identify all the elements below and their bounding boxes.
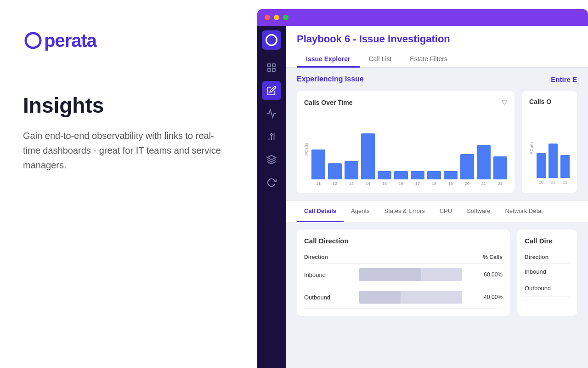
sidebar-item-history[interactable] — [262, 173, 281, 192]
table-header: Direction % Calls — [304, 251, 503, 264]
svg-text:perata: perata — [44, 30, 97, 51]
inbound-bar-cell — [359, 268, 462, 281]
bar — [548, 144, 558, 178]
bar — [477, 145, 491, 179]
chart-area-2: #Calls 20 21 — [529, 111, 570, 184]
bar-label: 17 — [415, 181, 420, 186]
bar-label: 11 — [316, 181, 321, 186]
bar — [361, 133, 375, 179]
chart-area: #Calls 11 12 — [304, 112, 507, 186]
bar-group: 16 — [394, 171, 408, 186]
bar-group: 22 — [493, 156, 507, 186]
browser-dot-yellow[interactable] — [274, 15, 279, 20]
bars-container-2: 20 21 22 — [537, 120, 570, 184]
section-title: Experiencing Issue — [297, 75, 364, 83]
call-direction-card: Call Direction Direction % Calls Inbound… — [297, 230, 510, 316]
entire-label: Entire E — [551, 75, 577, 83]
svg-point-0 — [26, 33, 40, 48]
call-direction-section: Call Direction Direction % Calls Inbound… — [286, 222, 588, 323]
chart-calls-over-time-2: Calls O #Calls 20 21 — [522, 91, 577, 193]
svg-rect-3 — [272, 64, 275, 67]
inbound-bar-fill — [359, 268, 421, 281]
bar-group: 20 — [537, 153, 546, 184]
bar — [537, 153, 546, 178]
tab-estate-filters[interactable]: Estate Filters — [401, 52, 457, 68]
bar-group: 15 — [378, 171, 391, 186]
bar-group: 22 — [560, 155, 570, 184]
bar-group: 14 — [361, 133, 375, 186]
bar — [460, 154, 474, 179]
bar — [394, 171, 408, 179]
browser-chrome — [257, 9, 588, 26]
bar — [493, 156, 507, 179]
sidebar-logo[interactable] — [262, 30, 281, 50]
bar-group: 13 — [345, 161, 358, 186]
bar — [444, 171, 458, 179]
app-container: Playbook 6 - Issue Investigation Issue E… — [257, 26, 588, 368]
logo-area: perata — [23, 28, 234, 57]
bar — [345, 161, 358, 179]
detail-tabs-container: Call Details Agents States & Errors CPU … — [286, 201, 588, 222]
bar-group: 18 — [427, 171, 441, 186]
col-header-direction: Direction — [304, 254, 466, 260]
pct-outbound: 40.00% — [466, 294, 503, 300]
tab-call-list[interactable]: Call List — [360, 52, 401, 68]
direction-inbound-2: Inbound — [525, 268, 570, 275]
bar — [311, 150, 325, 179]
page-description: Gain end-to-end observability with links… — [23, 128, 225, 172]
tab-states-errors[interactable]: States & Errors — [377, 201, 432, 222]
sidebar-item-health[interactable] — [262, 104, 281, 123]
bar-label: 21 — [551, 180, 555, 184]
chart-title-2: Calls O — [529, 98, 551, 105]
bar-group: 21 — [548, 144, 558, 184]
logo: perata — [23, 37, 147, 57]
bar-group: 17 — [411, 171, 424, 186]
charts-row: Calls Over Time ▽ #Calls 11 — [286, 91, 588, 201]
bar-label: 12 — [333, 181, 337, 186]
bar-label: 15 — [382, 181, 387, 186]
bar-group: 12 — [328, 163, 342, 186]
bar-group: 11 — [311, 150, 325, 186]
call-direction-title: Call Direction — [304, 237, 503, 245]
browser-dot-red[interactable] — [265, 15, 270, 20]
bar-label: 22 — [563, 180, 567, 184]
bar-label: 16 — [399, 181, 403, 186]
bar-label: 13 — [349, 181, 354, 186]
direction-outbound: Outbound — [304, 294, 356, 301]
tab-software[interactable]: Software — [459, 201, 498, 222]
tab-agents[interactable]: Agents — [344, 201, 377, 222]
sidebar-item-grid[interactable] — [262, 58, 281, 77]
content-area: Experiencing Issue Entire E Calls Over T… — [286, 68, 588, 368]
bar-label: 14 — [366, 181, 370, 186]
bar-label: 20 — [539, 180, 543, 184]
bar — [378, 171, 391, 179]
sidebar-item-layers[interactable] — [262, 150, 281, 169]
y-axis-label-2: #Calls — [529, 141, 534, 154]
sidebar-item-chart[interactable] — [262, 127, 281, 146]
tab-call-details[interactable]: Call Details — [297, 201, 344, 222]
tab-network-detail[interactable]: Network Detai — [498, 201, 550, 222]
direction-inbound: Inbound — [304, 271, 356, 278]
tab-cpu[interactable]: CPU — [432, 201, 459, 222]
outbound-bar-cell — [359, 291, 462, 304]
pct-inbound: 60.00% — [466, 271, 503, 278]
bar — [411, 171, 424, 179]
main-content: Playbook 6 - Issue Investigation Issue E… — [286, 26, 588, 368]
tab-issue-explorer[interactable]: Issue Explorer — [297, 52, 360, 68]
table-row-inbound: Inbound 60.00% — [304, 264, 503, 286]
outbound-bar-fill — [359, 291, 401, 304]
sidebar-logo-icon — [266, 34, 277, 46]
col-header-direction-2: Direction — [525, 254, 570, 260]
marketing-panel: perata Insights Gain end-to-end observab… — [0, 0, 257, 368]
col-header-pct: % Calls — [466, 254, 503, 260]
bar-group: 20 — [460, 154, 474, 186]
filter-icon[interactable]: ▽ — [502, 98, 507, 107]
bar — [328, 163, 342, 179]
bars-container: 11 12 13 — [311, 121, 507, 186]
bar-label: 21 — [481, 181, 486, 186]
call-direction-title-2: Call Dire — [525, 237, 570, 245]
detail-tabs: Call Details Agents States & Errors CPU … — [297, 201, 577, 222]
sidebar-item-playbook[interactable] — [262, 81, 281, 100]
direction-outbound-2: Outbound — [525, 285, 570, 292]
browser-dot-green[interactable] — [283, 15, 288, 20]
